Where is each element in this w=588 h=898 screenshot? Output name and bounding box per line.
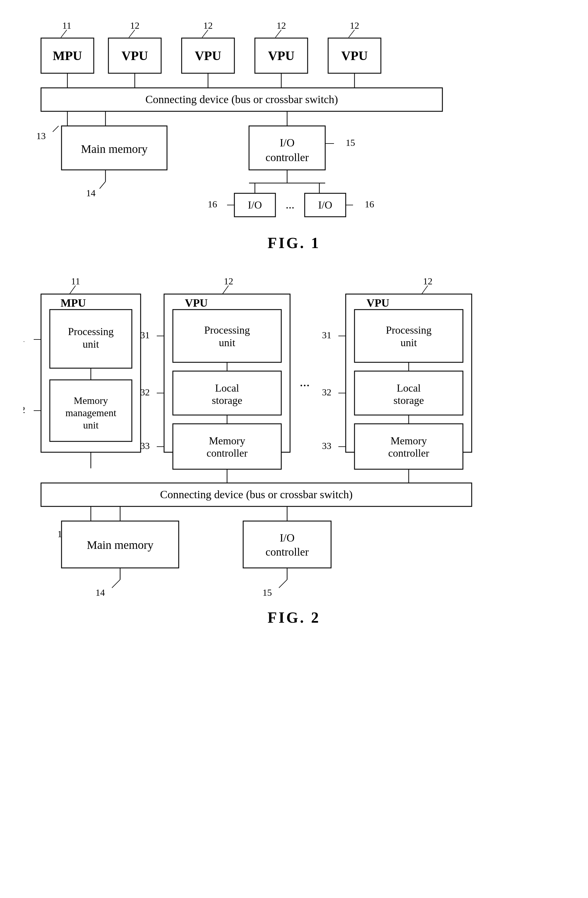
vpu2-local-storage-label1: Local	[397, 382, 421, 394]
vpu1-memory-controller-label1: Memory	[209, 435, 245, 447]
label-12a: 12	[130, 20, 140, 31]
label-21: 21	[23, 333, 25, 344]
fig2-label-14: 14	[95, 587, 105, 598]
label-11: 11	[62, 20, 71, 31]
vpu2-local-storage-label2: storage	[394, 395, 424, 406]
mmu-label3: unit	[83, 420, 99, 431]
mmu-label2: management	[65, 407, 116, 418]
fig2-label-11: 11	[71, 276, 80, 286]
vpu1-memory-controller-label2: controller	[206, 447, 248, 459]
label-31b: 31	[322, 330, 331, 340]
label-32b: 32	[322, 387, 331, 397]
label-31a: 31	[140, 330, 150, 340]
vpu1-outer-label: VPU	[185, 297, 208, 309]
ellipsis: ...	[286, 198, 294, 211]
vpu2-label: VPU	[195, 49, 221, 63]
vpu1-processing-label1: Processing	[204, 324, 250, 336]
label-16b: 16	[365, 199, 374, 209]
vpu2-memory-controller-label1: Memory	[391, 435, 427, 447]
label-12b: 12	[203, 20, 213, 31]
vpu4-label: VPU	[341, 49, 368, 63]
io-controller-label2: controller	[265, 151, 309, 163]
fig2-ellipsis: ...	[300, 374, 310, 389]
fig2-label-12b: 12	[423, 276, 433, 286]
mpu-outer-label: MPU	[61, 297, 86, 309]
vpu1-local-storage-label1: Local	[215, 382, 239, 394]
fig2-io-controller-label1: I/O	[280, 532, 295, 544]
vpu2-processing-box	[354, 310, 463, 362]
vpu2-processing-label2: unit	[400, 337, 417, 349]
mpu-label: MPU	[53, 49, 82, 63]
label-22: 22	[23, 404, 25, 415]
label-14: 14	[86, 188, 95, 198]
label-12c: 12	[277, 20, 286, 31]
vpu2-outer-label: VPU	[366, 297, 389, 309]
vpu1-processing-box	[173, 310, 281, 362]
label-32a: 32	[140, 387, 150, 397]
vpu3-label: VPU	[268, 49, 294, 63]
vpu1-processing-label2: unit	[219, 337, 235, 349]
label-13: 13	[36, 131, 46, 141]
page: 11 12 12 12 12 MPU VPU VPU VPU VPU	[0, 0, 588, 644]
vpu1-label: VPU	[122, 49, 148, 63]
io-controller-label1: I/O	[280, 137, 295, 149]
main-memory-label: Main memory	[81, 142, 148, 155]
mpu-processing-label2: unit	[83, 338, 99, 350]
label-16a: 16	[208, 199, 217, 209]
vpu1-local-storage-label2: storage	[212, 395, 242, 406]
label-12d: 12	[350, 20, 359, 31]
label-15: 15	[346, 137, 355, 148]
vpu2-processing-label1: Processing	[386, 324, 431, 336]
io-label2: I/O	[318, 199, 332, 211]
io-label1: I/O	[248, 199, 262, 211]
label-33b: 33	[322, 440, 331, 451]
fig2-title: FIG. 2	[23, 609, 565, 626]
figure-1: 11 12 12 12 12 MPU VPU VPU VPU VPU	[23, 18, 568, 234]
fig2-main-memory-label: Main memory	[87, 538, 154, 552]
fig2-io-controller-label2: controller	[265, 546, 309, 558]
label-33a: 33	[140, 440, 150, 451]
mmu-label1: Memory	[74, 395, 108, 406]
fig2-io-controller-box	[243, 521, 331, 568]
fig2-label-12a: 12	[224, 276, 233, 286]
fig1-title: FIG. 1	[23, 234, 565, 252]
fig2-label-15: 15	[263, 587, 272, 598]
fig2-connecting-label: Connecting device (bus or crossbar switc…	[160, 488, 352, 501]
connecting-label: Connecting device (bus or crossbar switc…	[145, 93, 338, 106]
vpu2-memory-controller-label2: controller	[388, 447, 429, 459]
figure-2: 11 MPU Processing unit Memory management…	[23, 275, 568, 606]
mpu-processing-label1: Processing	[68, 326, 114, 337]
